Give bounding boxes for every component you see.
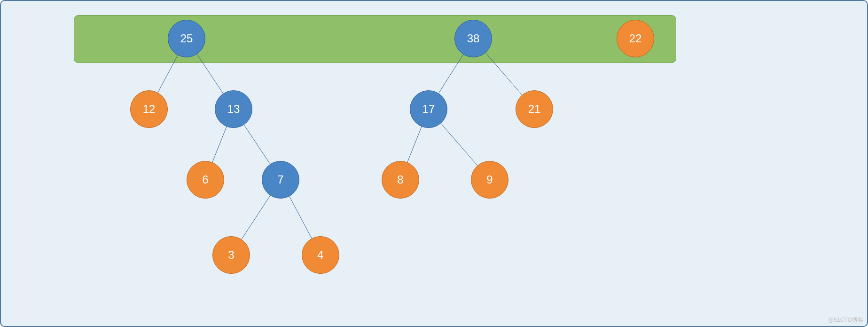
watermark: @51CTO博客 (828, 316, 863, 324)
node-22: 22 (617, 20, 654, 57)
node-9: 9 (471, 161, 508, 199)
node-13: 13 (215, 90, 252, 128)
node-8: 8 (382, 161, 419, 199)
edge (441, 123, 477, 166)
node-12: 12 (130, 90, 168, 128)
node-38: 38 (454, 20, 492, 57)
node-25: 25 (168, 20, 205, 57)
forest-row-band (74, 15, 676, 63)
edge (244, 125, 270, 164)
node-4: 4 (302, 236, 339, 274)
node-3: 3 (212, 236, 250, 274)
edge (407, 127, 422, 162)
node-6: 6 (187, 161, 224, 199)
node-17: 17 (410, 90, 447, 128)
node-7: 7 (262, 161, 299, 199)
node-21: 21 (516, 90, 553, 128)
edge (242, 195, 270, 239)
edge (212, 127, 227, 162)
edge (289, 196, 312, 238)
diagram-canvas: 25 12 13 6 7 3 4 38 17 21 8 9 22 @51CTO博… (0, 0, 868, 327)
